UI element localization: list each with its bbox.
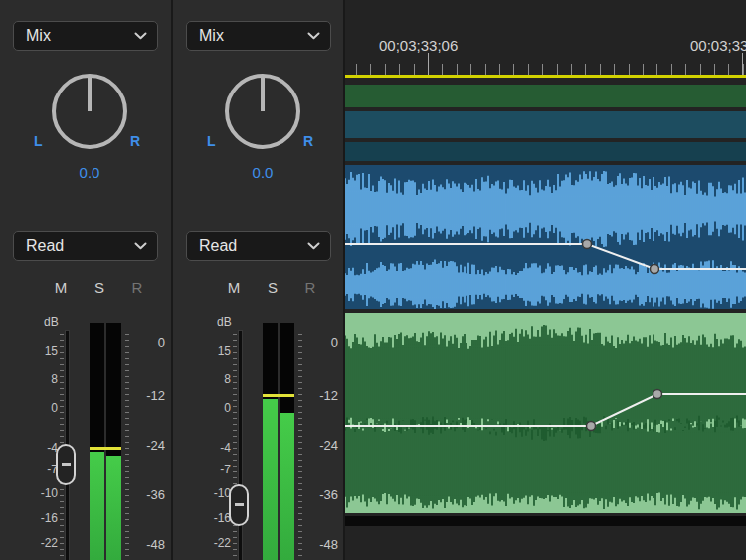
record-arm-button[interactable]: R — [301, 280, 319, 296]
pan-right-label: R — [303, 133, 313, 149]
db-unit-label: dB — [44, 315, 59, 329]
input-assign-value: Mix — [199, 27, 224, 45]
scale-tick-label: 0 — [127, 335, 165, 350]
solo-button[interactable]: S — [91, 280, 108, 296]
audio-waveform — [345, 165, 746, 309]
panel-divider — [171, 0, 173, 560]
scale-tick-label: -24 — [300, 438, 338, 453]
audio-waveform — [345, 313, 746, 513]
scale-tick-label: 0 — [195, 401, 231, 415]
scale-tick-label: -22 — [195, 536, 231, 550]
solo-button[interactable]: S — [264, 280, 281, 296]
scale-tick-label: -16 — [195, 511, 231, 525]
db-unit-label: dB — [217, 315, 232, 329]
pan-value: 0.0 — [20, 164, 159, 181]
chevron-down-icon — [307, 242, 320, 250]
scale-tick-label: -24 — [127, 438, 165, 453]
record-arm-button[interactable]: R — [128, 280, 146, 296]
volume-fader[interactable] — [229, 484, 249, 526]
timeline-panel: 00;03;33;06 00;03;33 — [345, 0, 746, 560]
timecode-label: 00;03;33;06 — [379, 37, 458, 54]
audio-track-mixer-window: Mix L R 0.0 Read M S R dB 1580-4-7-10-16… — [0, 0, 746, 560]
mixer-channel-strip-2: Mix L R 0.0 Read M S R dB 1580-4-7-10-16… — [173, 0, 344, 560]
mixer-channel-strip-1: Mix L R 0.0 Read M S R dB 1580-4-7-10-16… — [0, 0, 171, 560]
scale-tick-label: -22 — [22, 536, 58, 550]
clip-collapsed-track-1[interactable] — [345, 111, 746, 138]
scale-tick-label: 0 — [22, 401, 58, 415]
scale-tick-label: -7 — [22, 463, 58, 476]
audio-clip-1[interactable] — [345, 165, 746, 309]
peak-hold-indicator — [90, 447, 121, 450]
clip-collapsed-track-2[interactable] — [345, 142, 746, 161]
scale-tick-label: -16 — [22, 511, 58, 525]
mute-button[interactable]: M — [52, 280, 70, 296]
scale-tick-label: -48 — [300, 537, 338, 552]
pan-knob[interactable] — [44, 66, 135, 157]
pan-knob[interactable] — [217, 66, 308, 157]
scale-tick-label: -36 — [127, 487, 165, 502]
chevron-down-icon — [134, 242, 147, 250]
pan-left-label: L — [34, 133, 43, 149]
pan-left-label: L — [207, 133, 216, 149]
automation-mode-value: Read — [26, 237, 64, 255]
volume-fader[interactable] — [56, 444, 76, 485]
mute-button[interactable]: M — [225, 280, 243, 296]
scale-tick-label: 15 — [22, 344, 58, 358]
pan-value: 0.0 — [193, 164, 332, 181]
automation-mode-value: Read — [199, 237, 237, 255]
peak-hold-indicator — [263, 394, 294, 397]
scale-tick-label: -7 — [195, 463, 231, 476]
pan-right-label: R — [130, 133, 140, 149]
audio-clip-2[interactable] — [345, 313, 746, 513]
scale-tick-label: -12 — [127, 388, 165, 403]
level-meter-right — [280, 323, 294, 560]
automation-mode-select[interactable]: Read — [186, 231, 331, 261]
clip-video-track[interactable] — [345, 85, 746, 107]
ruler-yellow-line — [345, 75, 746, 78]
scale-tick-label: 8 — [22, 372, 58, 386]
level-meter-right — [106, 323, 121, 560]
scale-tick-label: 15 — [195, 344, 231, 358]
chevron-down-icon — [134, 32, 147, 40]
scale-tick-label: 0 — [300, 335, 338, 350]
scale-tick-label: 8 — [195, 372, 231, 386]
scale-tick-label: -48 — [127, 537, 165, 552]
input-assign-value: Mix — [26, 27, 51, 45]
chevron-down-icon — [307, 32, 320, 40]
level-meter-left — [90, 323, 104, 560]
scale-tick-label: -36 — [300, 487, 338, 502]
scale-tick-label: -10 — [22, 486, 58, 500]
level-meter-left — [263, 323, 278, 560]
track-divider-bar — [345, 516, 746, 526]
input-assign-select[interactable]: Mix — [186, 21, 331, 51]
scale-tick-label: -4 — [22, 441, 58, 455]
scale-tick-label: -4 — [195, 441, 231, 455]
scale-tick-label: -10 — [195, 486, 231, 500]
automation-mode-select[interactable]: Read — [13, 231, 158, 261]
scale-tick-label: -12 — [300, 388, 338, 403]
timecode-label: 00;03;33 — [690, 37, 746, 54]
input-assign-select[interactable]: Mix — [13, 21, 158, 51]
